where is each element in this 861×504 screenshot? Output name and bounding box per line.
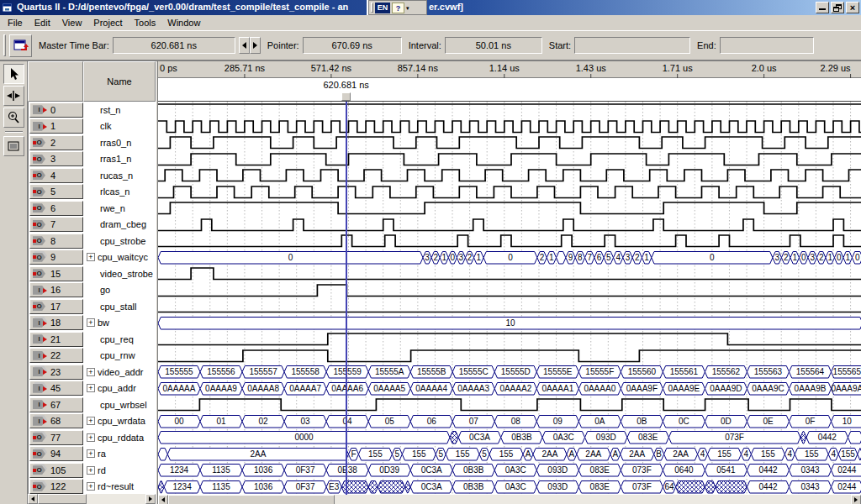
- signal-handle-rras0_n[interactable]: O2: [29, 135, 83, 150]
- signal-handle-rwe_n[interactable]: O6: [29, 201, 83, 216]
- expand-plus-icon[interactable]: +: [87, 449, 95, 458]
- signal-handle-rlcas_n[interactable]: O5: [29, 184, 83, 199]
- signal-handle-go[interactable]: I16: [29, 282, 83, 297]
- waveform-ra[interactable]: 2AAF155515551555155A2AAA2AAA2AAB2AA41554…: [158, 446, 861, 463]
- spin-right-button[interactable]: [250, 37, 261, 54]
- time-axis[interactable]: 0 ps285.71 ns571.42 ns857.14 ns1.14 us1.…: [158, 61, 861, 78]
- language-bar-options-icon[interactable]: ▾: [406, 3, 413, 13]
- waveform-cpu_wrbsel[interactable]: [158, 396, 861, 413]
- signal-handle-cpu_rnw[interactable]: I22: [29, 348, 83, 363]
- waveform-cpu_wrdata[interactable]: 000102030405060708090A0B0C0D0E0F10: [158, 413, 861, 430]
- end-field[interactable]: [720, 37, 814, 54]
- signal-name-cell[interactable]: cpu_req: [84, 331, 156, 348]
- language-bar-grip[interactable]: [371, 3, 373, 13]
- signal-handle-rd[interactable]: O105: [29, 463, 83, 478]
- waveform-cpu_addr[interactable]: 0AAAAA0AAAA90AAAA80AAAA70AAAA60AAAA50AAA…: [158, 381, 861, 397]
- scroll-left-icon[interactable]: [158, 495, 168, 504]
- waveform-scroll-thumb[interactable]: [168, 495, 335, 504]
- menu-tools[interactable]: Tools: [129, 16, 162, 29]
- start-field[interactable]: [574, 37, 690, 54]
- scroll-left-icon[interactable]: [28, 494, 38, 504]
- signal-name-cell[interactable]: +cpu_waitcyc: [84, 249, 156, 265]
- scroll-right-icon[interactable]: [851, 495, 861, 504]
- signal-name-cell[interactable]: +ra: [84, 445, 156, 462]
- expand-plus-icon[interactable]: +: [87, 482, 95, 491]
- waveform-video_strobe[interactable]: [158, 265, 861, 282]
- signal-name-cell[interactable]: +video_addr: [84, 364, 156, 381]
- waveform-cpu_strobe[interactable]: [158, 233, 861, 249]
- signal-name-cell[interactable]: cpu_stall: [84, 298, 156, 315]
- fullscreen-tool-button[interactable]: [3, 136, 24, 156]
- selection-tool-button[interactable]: [3, 64, 24, 84]
- waveform-rd[interactable]: 1234113510360F370E380D390C3A0B3B0A3C093D…: [158, 462, 861, 479]
- signal-handle-rras1_n[interactable]: O3: [29, 151, 83, 166]
- waveform-go[interactable]: [158, 282, 861, 299]
- expand-plus-icon[interactable]: +: [87, 466, 95, 475]
- close-button[interactable]: ×: [846, 2, 859, 13]
- waveform-rras0_n[interactable]: [158, 134, 861, 151]
- signal-name-cell[interactable]: clk: [84, 118, 156, 134]
- signal-handle-clk[interactable]: I1: [29, 118, 83, 134]
- zoom-tool-button[interactable]: [3, 108, 24, 128]
- signal-name-cell[interactable]: rwe_n: [84, 200, 156, 217]
- waveform-cpu_rddata[interactable]: 00000C3A0B3B0A3C093D083E073F0442: [158, 429, 861, 446]
- signal-handle-cpu_stall[interactable]: O17: [29, 299, 83, 314]
- signal-name-cell[interactable]: dram_cbeg: [84, 216, 156, 233]
- signal-name-cell[interactable]: +bw: [84, 314, 156, 331]
- waveform-rst_n[interactable]: [158, 102, 861, 118]
- menu-file[interactable]: File: [2, 16, 29, 29]
- signal-handle-video_strobe[interactable]: O15: [29, 266, 83, 281]
- master-time-bar-line[interactable]: [346, 102, 347, 495]
- waveform-rd~result[interactable]: 1234113510360F37E30C3A0B3B0A3C093D083E07…: [158, 479, 861, 496]
- waveform-video_addr[interactable]: 15555515555615555715555815555915555A1555…: [158, 364, 861, 381]
- signal-name-cell[interactable]: rst_n: [84, 102, 156, 118]
- waveform-dram_cbeg[interactable]: [158, 217, 861, 234]
- signal-handle-cpu_wrdata[interactable]: I68: [29, 413, 83, 428]
- waveform-bw[interactable]: 10: [158, 315, 861, 332]
- signal-handle-rucas_n[interactable]: O4: [29, 168, 83, 183]
- signal-handle-cpu_req[interactable]: I21: [29, 332, 83, 347]
- minimize-button[interactable]: [816, 2, 829, 13]
- waveform-rlcas_n[interactable]: [158, 184, 861, 201]
- master-time-bar-track[interactable]: 620.681 ns: [158, 78, 861, 102]
- language-bar[interactable]: EN ? ▾: [368, 0, 427, 15]
- scroll-right-icon[interactable]: [145, 494, 156, 504]
- signal-name-cell[interactable]: cpu_rnw: [84, 347, 156, 364]
- expand-plus-icon[interactable]: +: [87, 368, 95, 376]
- waveform-clk[interactable]: [158, 118, 861, 135]
- waveform-rucas_n[interactable]: [158, 167, 861, 184]
- signal-name-cell[interactable]: +rd~result: [84, 478, 156, 494]
- master-time-bar-field[interactable]: 620.681 ns: [113, 37, 235, 54]
- signal-handle-cpu_wrbsel[interactable]: I67: [29, 397, 83, 412]
- signal-handle-ra[interactable]: O94: [29, 446, 83, 461]
- signal-handle-cpu_addr[interactable]: I45: [29, 381, 83, 396]
- restore-button[interactable]: [831, 2, 844, 13]
- expand-plus-icon[interactable]: +: [87, 433, 95, 442]
- signal-name-cell[interactable]: rras0_n: [84, 134, 156, 151]
- waveform-rows[interactable]: 0321032102198765432103210321010101555551…: [158, 102, 861, 495]
- waveform-cpu_stall[interactable]: [158, 298, 861, 315]
- menu-window[interactable]: Window: [161, 16, 206, 29]
- menu-edit[interactable]: Edit: [29, 16, 56, 29]
- snap-transition-tool-button[interactable]: [3, 86, 24, 106]
- new-waveform-button[interactable]: [9, 34, 32, 57]
- signal-handle-cpu_rddata[interactable]: O77: [29, 430, 83, 445]
- waveform-cpu_req[interactable]: [158, 331, 861, 348]
- toolbar-grip[interactable]: [3, 34, 6, 56]
- signal-handle-bw[interactable]: I18: [29, 315, 83, 330]
- signal-handle-rst_n[interactable]: I0: [29, 102, 83, 118]
- signal-name-cell[interactable]: rucas_n: [84, 167, 156, 184]
- signal-name-cell[interactable]: rras1_n: [84, 150, 156, 167]
- signal-name-cell[interactable]: go: [84, 281, 156, 298]
- waveform-rras1_n[interactable]: [158, 151, 861, 168]
- waveform-hscrollbar[interactable]: [158, 495, 861, 504]
- signal-name-cell[interactable]: +cpu_rddata: [84, 429, 156, 446]
- language-en-badge[interactable]: EN: [375, 3, 390, 13]
- signal-handle-dram_cbeg[interactable]: O7: [29, 217, 83, 232]
- signal-name-cell[interactable]: cpu_wrbsel: [84, 396, 156, 413]
- waveform-rwe_n[interactable]: [158, 200, 861, 217]
- signal-name-cell[interactable]: +cpu_addr: [84, 380, 156, 396]
- signal-name-cell[interactable]: video_strobe: [84, 265, 156, 282]
- name-scroll-thumb[interactable]: [38, 494, 87, 504]
- expand-plus-icon[interactable]: +: [87, 253, 95, 261]
